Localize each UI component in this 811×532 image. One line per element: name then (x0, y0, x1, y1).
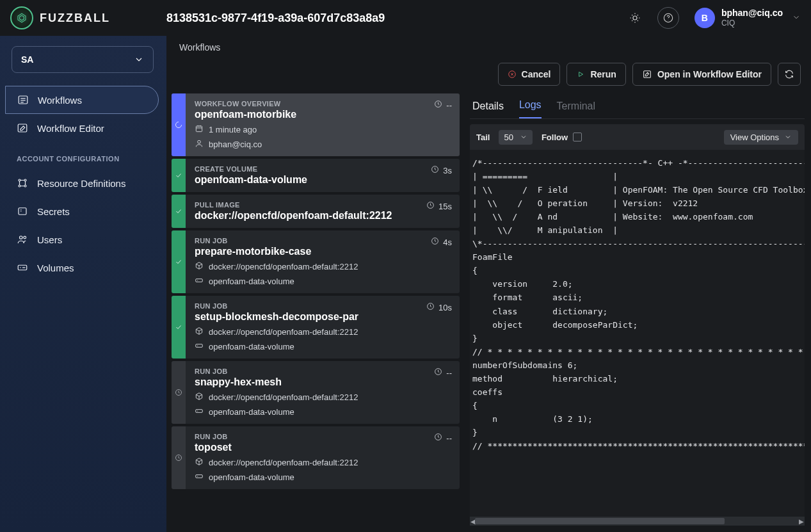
sidebar-item-resource-definitions[interactable]: Resource Definitions (5, 169, 159, 197)
steps-panel: WORKFLOW OVERVIEWopenfoam-motorbike1 min… (172, 93, 461, 526)
svg-point-10 (19, 179, 20, 181)
step-card[interactable]: PULL IMAGEdocker://opencfd/openfoam-defa… (172, 195, 460, 228)
step-kicker: RUN JOB (195, 237, 452, 245)
tenant-label: SA (21, 54, 33, 65)
sidebar-item-label: Users (37, 234, 62, 245)
step-meta: openfoam-data-volume (195, 472, 452, 483)
svg-marker-0 (18, 13, 26, 22)
step-duration: 4s (431, 237, 452, 247)
svg-rect-52 (196, 475, 203, 478)
sidebar-item-workflow-editor[interactable]: Workflow Editor (5, 114, 159, 142)
step-status-icon (172, 426, 186, 489)
horizontal-scrollbar[interactable]: ◀ ▶ (470, 517, 805, 526)
svg-point-18 (20, 267, 21, 268)
steps-list[interactable]: WORKFLOW OVERVIEWopenfoam-motorbike1 min… (172, 93, 461, 526)
view-options-button[interactable]: View Options (724, 130, 798, 145)
svg-point-47 (197, 410, 198, 411)
help-icon[interactable] (657, 7, 679, 29)
step-card[interactable]: RUN JOBtoposetdocker://opencfd/openfoam-… (172, 426, 460, 489)
avatar: B (695, 8, 715, 28)
step-kicker: RUN JOB (195, 433, 452, 440)
cube-icon (195, 457, 204, 468)
step-status-icon (172, 230, 186, 293)
disk-icon (195, 341, 204, 352)
tenant-selector[interactable]: SA (12, 46, 154, 73)
theme-toggle-icon[interactable] (624, 7, 646, 29)
svg-marker-23 (579, 72, 583, 77)
svg-rect-9 (18, 124, 27, 132)
tab-terminal[interactable]: Terminal (557, 101, 595, 118)
brand-logo-icon (10, 6, 33, 29)
right-panel: Details Logs Terminal Tail 50 Follow (470, 93, 805, 526)
svg-rect-46 (196, 410, 203, 413)
cube-icon (195, 392, 204, 403)
follow-toggle[interactable]: Follow (542, 133, 582, 142)
brand-block: FUZZBALL (10, 6, 166, 29)
step-title: openfoam-motorbike (195, 109, 452, 120)
sidebar-item-workflows[interactable]: Workflows (5, 86, 159, 114)
rerun-button[interactable]: Rerun (566, 63, 625, 86)
clock-icon (434, 367, 442, 378)
scrollbar-thumb[interactable] (475, 518, 725, 524)
refresh-button[interactable] (778, 63, 801, 86)
cancel-button[interactable]: Cancel (498, 63, 561, 86)
step-card[interactable]: RUN JOBsetup-blockmesh-decompose-pardock… (172, 296, 460, 359)
step-status-icon (172, 93, 186, 156)
refresh-icon (784, 69, 794, 79)
tab-details[interactable]: Details (472, 101, 504, 118)
log-toolbar: Tail 50 Follow View Options (470, 124, 805, 150)
sidebar-item-volumes[interactable]: Volumes (5, 254, 159, 282)
svg-point-16 (24, 236, 26, 239)
step-card[interactable]: RUN JOBprepare-motorbike-casedocker://op… (172, 230, 460, 293)
tabs: Details Logs Terminal (470, 93, 805, 119)
play-icon (576, 70, 585, 79)
svg-point-41 (197, 345, 198, 346)
breadcrumb[interactable]: Workflows (179, 42, 801, 52)
tab-logs[interactable]: Logs (519, 99, 542, 118)
sidebar-item-users[interactable]: Users (5, 225, 159, 254)
step-title: setup-blockmesh-decompose-par (195, 311, 452, 323)
sidebar: SA Workflows Workflow Editor ACCOUNT CON… (0, 36, 166, 532)
step-kicker: PULL IMAGE (195, 201, 452, 209)
step-meta: openfoam-data-volume (195, 407, 452, 417)
chevron-down-icon (520, 133, 527, 141)
step-card[interactable]: CREATE VOLUMEopenfoam-data-volume3s (172, 159, 460, 192)
edit-icon (642, 69, 652, 79)
users-icon (17, 234, 28, 245)
tail-label: Tail (476, 133, 490, 142)
step-kicker: WORKFLOW OVERVIEW (195, 100, 452, 108)
step-status-icon (172, 159, 186, 192)
svg-point-53 (197, 476, 198, 476)
list-icon (17, 94, 29, 106)
sidebar-item-secrets[interactable]: Secrets (5, 197, 159, 225)
svg-point-13 (24, 185, 26, 187)
disk-icon (195, 472, 204, 483)
sidebar-section-label: ACCOUNT CONFIGURATION (5, 142, 159, 169)
svg-rect-24 (644, 71, 651, 78)
step-kicker: CREATE VOLUME (195, 165, 452, 173)
step-status-icon (172, 296, 186, 359)
edit-icon (17, 122, 28, 134)
log-output[interactable]: /*--------------------------------*- C++… (470, 150, 805, 517)
svg-rect-35 (196, 279, 203, 282)
svg-point-12 (19, 185, 20, 187)
svg-point-2 (633, 16, 637, 20)
scroll-right-icon: ▶ (797, 517, 806, 526)
step-card[interactable]: RUN JOBsnappy-hex-meshdocker://opencfd/o… (172, 361, 460, 424)
clock-icon (426, 302, 435, 312)
open-in-editor-button[interactable]: Open in Workflow Editor (632, 63, 771, 86)
step-card[interactable]: WORKFLOW OVERVIEWopenfoam-motorbike1 min… (172, 93, 460, 156)
tail-select[interactable]: 50 (499, 130, 532, 145)
step-title: prepare-motorbike-case (195, 246, 452, 257)
step-duration: 3s (431, 165, 452, 175)
header-actions: B bphan@ciq.co CIQ (624, 7, 801, 29)
user-menu[interactable]: B bphan@ciq.co CIQ (695, 8, 801, 28)
step-status-icon (172, 361, 186, 424)
cancel-icon (508, 70, 517, 79)
svg-point-4 (668, 20, 669, 20)
disk-icon (195, 407, 204, 417)
cube-icon (195, 261, 204, 272)
step-kicker: RUN JOB (195, 302, 452, 310)
step-meta: openfoam-data-volume (195, 276, 452, 287)
step-meta: docker://opencfd/openfoam-default:2212 (195, 392, 452, 403)
